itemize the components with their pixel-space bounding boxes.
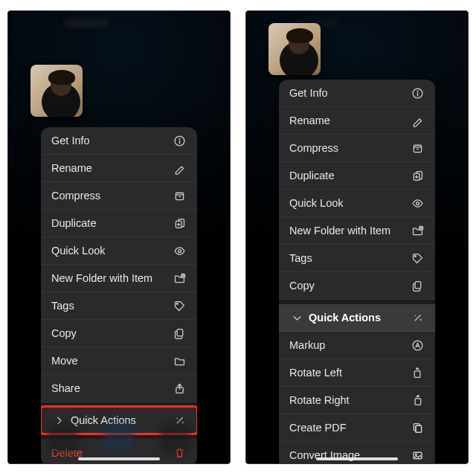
menu-item-label: Rotate Right — [289, 394, 410, 406]
copy-icon — [172, 326, 187, 341]
home-indicator — [316, 457, 398, 460]
menu-item-label: New Folder with Item — [51, 272, 172, 284]
convert-image-icon — [410, 448, 425, 463]
menu-item-label: Copy — [51, 327, 172, 339]
context-menu-expanded: Get InfoRenameCompressDuplicateQuick Loo… — [279, 80, 435, 464]
copy-item[interactable]: Copy — [279, 272, 435, 300]
rename-item[interactable]: Rename — [279, 107, 435, 135]
menu-item-label: Tags — [289, 252, 410, 264]
copy-icon — [410, 278, 425, 293]
quick-look-item[interactable]: Quick Look — [41, 237, 197, 265]
menu-item-label: Share — [51, 382, 172, 394]
menu-item-label: Get Info — [51, 135, 172, 147]
new-folder-icon — [410, 223, 425, 238]
home-indicator — [78, 457, 160, 460]
menu-item-label: Duplicate — [289, 170, 410, 181]
right-screenshot: Get InfoRenameCompressDuplicateQuick Loo… — [245, 10, 469, 464]
tags-item[interactable]: Tags — [279, 245, 435, 272]
selected-file-thumbnail[interactable] — [30, 65, 83, 117]
phone-background: ‹ Get InfoRenameCompressDuplicateQuick L… — [8, 11, 230, 463]
pdf-icon — [410, 420, 425, 435]
get-info-item[interactable]: Get Info — [41, 127, 197, 155]
duplicate-icon — [172, 216, 187, 231]
menu-item-label: Move — [51, 355, 172, 367]
quick-look-item[interactable]: Quick Look — [279, 190, 435, 217]
back-link-blur: ‹ — [16, 18, 27, 29]
archive-icon — [172, 188, 187, 203]
menu-item-label: Create PDF — [289, 422, 410, 434]
pencil-icon — [410, 113, 425, 128]
pencil-icon — [172, 161, 187, 176]
menu-item-label: Tags — [51, 300, 172, 312]
rotate-right-item[interactable]: Rotate Right — [279, 387, 435, 414]
move-item[interactable]: Move — [41, 347, 197, 375]
share-item[interactable]: Share — [41, 375, 197, 402]
duplicate-item[interactable]: Duplicate — [41, 210, 197, 237]
tags-item[interactable]: Tags — [41, 292, 197, 320]
menu-item-label: Rename — [289, 115, 410, 126]
rotate-right-icon — [410, 393, 425, 408]
rotate-left-icon — [410, 365, 425, 380]
menu-item-label: Compress — [51, 190, 172, 202]
duplicate-item[interactable]: Duplicate — [279, 162, 435, 190]
menu-item-label: Quick Look — [289, 197, 410, 209]
new-folder-icon — [172, 271, 187, 286]
menu-item-label: Markup — [289, 339, 410, 351]
menu-item-label: Quick Look — [51, 245, 172, 257]
info-icon — [172, 133, 187, 148]
markup-item[interactable]: Markup — [279, 332, 435, 359]
menu-item-label: Compress — [289, 142, 410, 154]
compress-item[interactable]: Compress — [41, 182, 197, 210]
menu-item-label: Rotate Left — [289, 367, 410, 379]
menu-item-label: Quick Actions — [289, 310, 410, 325]
new-folder-with-item-item[interactable]: New Folder with Item — [41, 265, 197, 292]
rotate-left-item[interactable]: Rotate Left — [279, 359, 435, 387]
info-icon — [410, 86, 425, 100]
chevron-down-icon — [289, 310, 304, 325]
folder-icon — [172, 353, 187, 368]
menu-item-label: Duplicate — [51, 217, 172, 229]
quick-actions-item[interactable]: Quick Actions — [279, 304, 435, 332]
context-menu: Get InfoRenameCompressDuplicateQuick Loo… — [41, 127, 197, 464]
dock-blurred — [8, 423, 230, 453]
create-pdf-item[interactable]: Create PDF — [279, 414, 435, 442]
convert-image-item[interactable]: Convert Image — [279, 442, 435, 464]
left-screenshot: ‹ Get InfoRenameCompressDuplicateQuick L… — [7, 10, 231, 464]
get-info-item[interactable]: Get Info — [279, 80, 435, 107]
menu-item-label: Get Info — [289, 87, 410, 99]
compress-item[interactable]: Compress — [279, 135, 435, 162]
menu-item-label: Copy — [289, 280, 410, 292]
eye-icon — [172, 243, 187, 258]
wand-icon — [410, 310, 425, 325]
selected-file-thumbnail[interactable] — [268, 23, 321, 75]
files-top-bar-blurred: ‹ — [8, 11, 230, 35]
tag-icon — [410, 251, 425, 266]
new-folder-with-item-item[interactable]: New Folder with Item — [279, 217, 435, 245]
menu-item-label: Rename — [51, 162, 172, 174]
phone-background: Get InfoRenameCompressDuplicateQuick Loo… — [246, 11, 468, 463]
tag-icon — [172, 298, 187, 313]
eye-icon — [410, 196, 425, 210]
copy-item[interactable]: Copy — [41, 320, 197, 347]
rename-item[interactable]: Rename — [41, 155, 197, 182]
share-icon — [172, 381, 187, 396]
menu-item-label: New Folder with Item — [289, 225, 410, 237]
duplicate-icon — [410, 168, 425, 183]
archive-icon — [410, 141, 425, 155]
markup-icon — [410, 338, 425, 353]
